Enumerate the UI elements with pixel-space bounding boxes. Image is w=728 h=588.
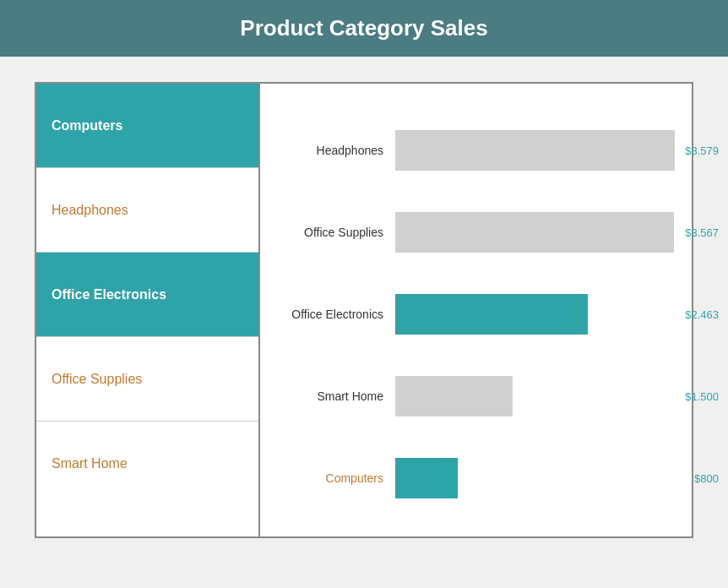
page-title: Product Category Sales: [240, 15, 487, 41]
bar-track-office-electronics-bar: $2.463: [395, 294, 675, 335]
bar-track-computers-bar: $800: [395, 458, 675, 498]
bar-label-headphones-bar: Headphones: [277, 144, 395, 157]
bar-label-office-electronics-bar: Office Electronics: [277, 308, 395, 321]
category-item-smart-home[interactable]: Smart Home: [36, 422, 258, 506]
bar-track-office-supplies-bar: $3.567: [395, 212, 675, 253]
bar-value-office-electronics-bar: $2.463: [685, 308, 719, 320]
right-panel: Headphones$3.579Office Supplies$3.567Off…: [260, 84, 692, 536]
bar-label-office-supplies-bar: Office Supplies: [277, 226, 395, 239]
bar-fill-office-electronics-bar: [395, 294, 588, 335]
bar-value-smart-home-bar: $1.500: [685, 390, 719, 403]
page-header: Product Category Sales: [0, 0, 728, 57]
bar-track-headphones-bar: $3.579: [395, 130, 675, 171]
bar-value-office-supplies-bar: $3.567: [685, 226, 719, 238]
bar-value-headphones-bar: $3.579: [685, 144, 719, 156]
main-container: ComputersHeadphonesOffice ElectronicsOff…: [0, 57, 728, 564]
chart-wrapper: ComputersHeadphonesOffice ElectronicsOff…: [35, 82, 693, 538]
category-item-computers[interactable]: Computers: [36, 84, 258, 168]
bar-fill-computers-bar: [395, 458, 458, 498]
bar-row-headphones-bar: Headphones$3.579: [277, 130, 675, 171]
bar-row-office-electronics-bar: Office Electronics$2.463: [277, 294, 675, 335]
bar-row-computers-bar: Computers$800: [277, 458, 675, 498]
category-item-office-supplies[interactable]: Office Supplies: [36, 337, 258, 422]
bar-row-office-supplies-bar: Office Supplies$3.567: [277, 212, 675, 253]
bar-row-smart-home-bar: Smart Home$1.500: [277, 376, 675, 416]
bar-value-computers-bar: $800: [694, 472, 719, 485]
left-panel: ComputersHeadphonesOffice ElectronicsOff…: [36, 84, 260, 536]
bar-fill-office-supplies-bar: [395, 212, 674, 253]
bar-label-smart-home-bar: Smart Home: [277, 389, 395, 403]
bar-label-computers-bar: Computers: [277, 471, 395, 485]
bar-fill-headphones-bar: [395, 130, 675, 171]
category-item-office-electronics[interactable]: Office Electronics: [36, 253, 258, 337]
bar-fill-smart-home-bar: [395, 376, 513, 416]
bar-track-smart-home-bar: $1.500: [395, 376, 675, 416]
category-item-headphones[interactable]: Headphones: [36, 168, 258, 253]
